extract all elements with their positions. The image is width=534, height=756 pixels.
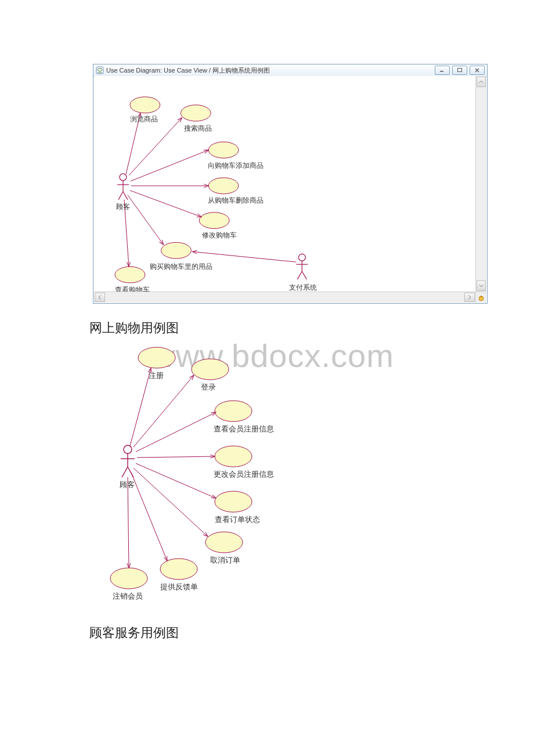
usecase-unregister-label: 注销会员 — [113, 591, 143, 602]
svg-point-4 — [120, 174, 127, 181]
usecase-viewmember — [215, 401, 252, 422]
window-title: Use Case Diagram: Use Case View / 网上购物系统… — [106, 66, 435, 75]
usecase-add — [208, 142, 239, 158]
usecase-orderstatus — [215, 491, 252, 512]
scroll-right-button[interactable] — [464, 293, 475, 302]
diagram-icon — [96, 66, 104, 74]
diagram-window: Use Case Diagram: Use Case View / 网上购物系统… — [93, 64, 488, 304]
svg-line-30 — [136, 412, 216, 452]
vertical-scrollbar[interactable] — [475, 76, 486, 291]
usecase-cancelorder-label: 取消订单 — [210, 555, 240, 566]
svg-line-34 — [131, 473, 167, 561]
svg-rect-2 — [440, 71, 443, 72]
usecase-orderstatus-label: 查看订单状态 — [215, 514, 260, 525]
svg-line-13 — [302, 271, 306, 279]
svg-line-21 — [192, 251, 296, 262]
usecase-modify — [199, 213, 229, 229]
usecase-login — [192, 359, 229, 380]
scroll-up-button[interactable] — [477, 77, 486, 87]
usecase-remove-label: 从购物车删除商品 — [208, 196, 264, 206]
page: Use Case Diagram: Use Case View / 网上购物系统… — [0, 0, 534, 756]
actor-customer-2 — [121, 445, 135, 477]
horizontal-scrollbar[interactable] — [94, 291, 475, 303]
usecase-register — [138, 347, 175, 368]
svg-line-12 — [297, 271, 302, 279]
usecase-purchase — [161, 242, 192, 258]
usecase-search-label: 搜索商品 — [184, 124, 212, 134]
svg-line-19 — [128, 195, 164, 245]
window-controls — [435, 66, 485, 75]
usecase-add-label: 向购物车添加商品 — [208, 161, 264, 171]
svg-line-26 — [122, 467, 128, 477]
titlebar[interactable]: Use Case Diagram: Use Case View / 网上购物系统… — [93, 64, 487, 77]
usecase-purchase-label: 购买购物车里的用品 — [150, 262, 212, 272]
usecase-unregister — [110, 568, 147, 589]
usecase-editmember — [215, 446, 252, 467]
minimize-button[interactable] — [435, 66, 450, 75]
usecase-feedback-label: 提供反馈单 — [160, 582, 198, 592]
usecase-login-label: 登录 — [201, 382, 216, 393]
svg-line-16 — [131, 150, 208, 181]
svg-rect-3 — [458, 69, 462, 72]
actor-payment-label: 支付系统 — [289, 283, 317, 291]
actor-customer — [117, 174, 129, 200]
usecase-cancelorder — [205, 532, 243, 553]
svg-line-32 — [136, 463, 216, 498]
scroll-left-button[interactable] — [95, 293, 105, 302]
resize-corner[interactable] — [475, 291, 486, 303]
actor-payment — [296, 254, 308, 279]
usecase-register-label: 注册 — [149, 370, 164, 381]
svg-line-8 — [123, 192, 128, 200]
usecase-viewmember-label: 查看会员注册信息 — [214, 424, 274, 434]
usecase-editmember-label: 更改会员注册信息 — [214, 469, 274, 480]
usecase-feedback — [160, 559, 197, 579]
svg-line-29 — [134, 375, 194, 447]
svg-point-9 — [298, 254, 305, 261]
caption-shopping: 网上购物用例图 — [89, 319, 179, 337]
usecase-remove — [208, 178, 239, 194]
diagram-canvas-1[interactable]: 顾客 支付系统 浏览商品 搜索商品 向购物车添加商品 从购物车删除商品 修改购物… — [94, 76, 475, 291]
usecase-browse — [130, 97, 160, 113]
usecase-browse-label: 浏览商品 — [130, 114, 158, 124]
svg-line-7 — [118, 192, 123, 200]
svg-line-15 — [129, 118, 182, 175]
usecase-search — [181, 105, 211, 121]
svg-line-35 — [128, 477, 129, 568]
close-button[interactable] — [470, 66, 485, 75]
actor-customer-2-label: 顾客 — [120, 480, 135, 490]
diagram-canvas-2: 顾客 注册 登录 查看会员注册信息 更改会员注册信息 查看订单状态 取消订单 提… — [99, 340, 377, 616]
usecase-diagram-1 — [94, 76, 475, 291]
svg-line-28 — [130, 368, 151, 446]
usecase-viewcart-label: 查看购物车 — [115, 285, 150, 291]
actor-customer-label: 顾客 — [116, 202, 130, 212]
scroll-down-button[interactable] — [477, 280, 486, 291]
svg-point-23 — [124, 445, 132, 453]
usecase-viewcart — [115, 267, 145, 283]
caption-service: 顾客服务用例图 — [89, 624, 179, 642]
svg-line-31 — [137, 456, 215, 458]
maximize-button[interactable] — [452, 66, 467, 75]
usecase-modify-label: 修改购物车 — [202, 231, 237, 240]
